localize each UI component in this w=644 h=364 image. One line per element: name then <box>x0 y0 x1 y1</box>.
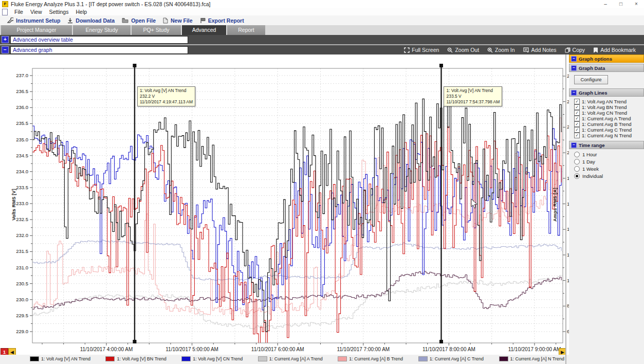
tab-project-manager[interactable]: Project Manager <box>1 25 72 35</box>
download-data-button[interactable]: Download Data <box>67 17 115 24</box>
full-screen-button[interactable]: Full Screen <box>404 47 439 53</box>
graph-section-bar: − Advanced graph Full Screen Zoom Out Zo… <box>0 45 644 54</box>
checkbox-checked-icon: ✓ <box>574 127 580 133</box>
new-file-button[interactable]: New File <box>163 17 193 24</box>
collapse-icon[interactable]: − <box>2 46 9 53</box>
close-button[interactable]: × <box>629 0 644 8</box>
chart-legend: 1: Volt Avg [V] AN Trend 1: Volt Avg [V]… <box>30 356 564 361</box>
tab-advanced[interactable]: Advanced <box>182 25 226 35</box>
panel-divider <box>565 54 566 364</box>
document-icon <box>2 9 8 15</box>
add-notes-button[interactable]: Add Notes <box>523 47 557 53</box>
collapse-icon[interactable]: − <box>571 90 577 96</box>
graph-options-panel: − Graph options − Graph Data Configure −… <box>569 54 644 364</box>
add-bookmark-button[interactable]: Add Bookmark <box>593 47 636 53</box>
svg-text:Volts RMS [V]: Volts RMS [V] <box>11 189 16 221</box>
tab-strip: Project Manager Energy Study PQ+ Study A… <box>0 25 644 35</box>
tab-report[interactable]: Report <box>227 25 265 35</box>
svg-text:233.0: 233.0 <box>16 201 28 206</box>
legend-item: 1: Current Avg [A] C Trend <box>418 356 484 361</box>
graph-line-checkbox-bn[interactable]: ✓1: Volt Avg BN Trend <box>574 105 644 110</box>
app-window: F Fluke Energy Analyze Plus 3.1 - [IT de… <box>0 0 644 364</box>
legend-swatch <box>105 356 115 361</box>
time-range-1-day[interactable]: 1 Day <box>574 159 644 164</box>
new-file-icon <box>163 17 168 24</box>
legend-swatch <box>181 356 191 361</box>
export-report-button[interactable]: Export Report <box>200 17 244 24</box>
legend-item: 1: Current Avg [A] A Trend <box>258 356 323 361</box>
configure-button[interactable]: Configure <box>574 75 608 84</box>
collapse-icon[interactable]: − <box>571 142 577 148</box>
svg-text:11/10/2017 8:00:00 AM: 11/10/2017 8:00:00 AM <box>422 347 475 352</box>
maximize-button[interactable]: □ <box>613 0 629 8</box>
graph-options-header[interactable]: − Graph options <box>569 54 644 63</box>
svg-text:233.5: 233.5 <box>16 185 28 190</box>
copy-button[interactable]: Copy <box>565 47 585 53</box>
svg-text:11/10/2017 6:00:00 AM: 11/10/2017 6:00:00 AM <box>251 347 304 352</box>
overview-section-title[interactable]: Advanced overview table <box>10 36 188 44</box>
svg-text:230.5: 230.5 <box>16 281 28 286</box>
checkbox-checked-icon: ✓ <box>574 116 580 121</box>
collapse-icon[interactable]: − <box>571 65 577 71</box>
legend-swatch <box>30 356 39 361</box>
svg-text:234.0: 234.0 <box>16 169 28 174</box>
radio-icon <box>574 166 580 172</box>
tab-energy-study[interactable]: Energy Study <box>73 25 131 35</box>
svg-text:236.0: 236.0 <box>16 104 28 110</box>
svg-text:231.5: 231.5 <box>16 248 28 254</box>
checkbox-checked-icon: ✓ <box>574 104 580 110</box>
menu-settings[interactable]: Settings <box>46 9 72 15</box>
menu-view[interactable]: View <box>27 9 46 15</box>
time-range-1-week[interactable]: 1 Week <box>574 166 644 171</box>
instrument-setup-button[interactable]: Instrument Setup <box>7 17 60 24</box>
legend-swatch <box>338 356 347 361</box>
radio-selected-icon <box>574 173 580 179</box>
svg-text:231.0: 231.0 <box>16 265 28 270</box>
menu-file[interactable]: File <box>11 9 27 15</box>
time-range-header[interactable]: − Time range <box>569 141 644 149</box>
graph-line-checkbox-a[interactable]: ✓1: Current Avg A Trend <box>574 116 644 121</box>
graph-lines-header[interactable]: − Graph Lines <box>569 88 644 97</box>
zoom-in-button[interactable]: Zoom In <box>487 47 515 53</box>
graph-line-checkbox-cn[interactable]: ✓1: Volt Avg CN Trend <box>574 111 644 115</box>
graph-line-checkbox-c[interactable]: ✓1: Current Avg C Trend <box>574 128 644 132</box>
legend-item: 1: Volt Avg [V] CN Trend <box>181 356 243 361</box>
expand-icon[interactable]: + <box>2 36 9 43</box>
minimize-button[interactable]: – <box>598 0 613 8</box>
fullscreen-icon <box>404 47 410 53</box>
cursor-tooltip-2: 1: Volt Avg [V] AN Trend 233.5 V 11/10/2… <box>444 86 502 106</box>
svg-text:232.0: 232.0 <box>16 232 28 238</box>
report-icon <box>200 17 206 24</box>
svg-text:235.5: 235.5 <box>16 120 28 126</box>
menu-help[interactable]: Help <box>72 9 90 15</box>
collapse-icon[interactable]: − <box>571 56 577 62</box>
checkbox-checked-icon: ✓ <box>574 110 580 116</box>
open-file-button[interactable]: Open File <box>122 17 156 24</box>
svg-text:Amps RMS [A]: Amps RMS [A] <box>552 188 558 222</box>
zoom-out-icon <box>447 47 453 53</box>
wrench-icon <box>7 17 13 24</box>
chart-area: 229.0229.5230.0230.5231.0231.5232.0232.5… <box>0 54 644 364</box>
svg-text:234.5: 234.5 <box>16 153 28 158</box>
title-bar: F Fluke Energy Analyze Plus 3.1 - [IT de… <box>0 0 644 8</box>
advanced-graph[interactable]: 229.0229.5230.0230.5231.0231.5232.0232.5… <box>0 54 644 364</box>
graph-line-checkbox-an[interactable]: ✓1: Volt Avg AN Trend <box>574 99 644 104</box>
graph-data-header[interactable]: − Graph Data <box>569 64 644 72</box>
svg-text:237.0: 237.0 <box>16 72 28 78</box>
radio-icon <box>574 152 580 157</box>
graph-section-title[interactable]: Advanced graph <box>10 46 188 54</box>
main-toolbar: Instrument Setup Download Data Open File… <box>0 15 644 26</box>
svg-text:229.5: 229.5 <box>16 313 28 318</box>
graph-line-checkbox-n[interactable]: ✓1: Current Avg N Trend <box>574 133 644 138</box>
legend-item: 1: Volt Avg [V] BN Trend <box>105 356 166 361</box>
time-range-1-hour[interactable]: 1 Hour <box>574 152 644 157</box>
download-icon <box>67 17 73 24</box>
svg-text:11/10/2017 4:00:00 AM: 11/10/2017 4:00:00 AM <box>80 347 133 352</box>
zoom-out-button[interactable]: Zoom Out <box>447 47 479 53</box>
window-title: Fluke Energy Analyze Plus 3.1 - [IT dept… <box>11 1 211 7</box>
tab-pq-study[interactable]: PQ+ Study <box>132 25 181 35</box>
svg-text:11/10/2017 5:00:00 AM: 11/10/2017 5:00:00 AM <box>165 347 218 352</box>
svg-text:235.0: 235.0 <box>16 137 28 142</box>
time-range-individual[interactable]: Individual <box>574 173 644 178</box>
graph-line-checkbox-b[interactable]: ✓1: Current Avg B Trend <box>574 122 644 126</box>
